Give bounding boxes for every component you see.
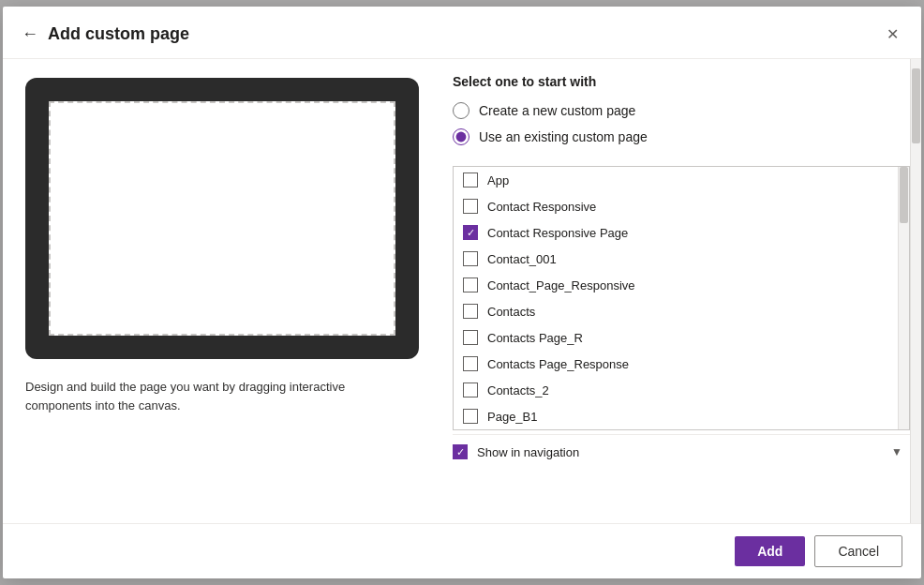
section-title: Select one to start with xyxy=(453,74,910,89)
radio-create-new-label: Create a new custom page xyxy=(479,103,635,118)
right-panel-inner: Select one to start with Create a new cu… xyxy=(453,59,910,523)
list-item-label: Contacts Page_R xyxy=(487,331,583,345)
list-item-label: Contacts_2 xyxy=(487,383,549,398)
list-item[interactable]: Contacts xyxy=(454,298,898,324)
list-item-checkbox[interactable] xyxy=(463,382,478,398)
list-item-label: Contact Responsive Page xyxy=(487,226,628,240)
show-navigation-section: Show in navigation ▼ xyxy=(453,434,910,469)
list-item[interactable]: Contacts Page_R xyxy=(454,324,898,351)
outer-scrollbar[interactable] xyxy=(910,59,921,523)
modal-body: Design and build the page you want by dr… xyxy=(3,59,921,523)
list-item-label: Page_B1 xyxy=(487,410,538,424)
modal-title: Add custom page xyxy=(48,24,883,44)
modal-footer: Add Cancel xyxy=(3,523,921,578)
list-item[interactable]: Contact_001 xyxy=(454,246,898,272)
list-item-label: Contact Responsive xyxy=(487,200,596,214)
list-item-checkbox[interactable] xyxy=(463,409,478,424)
list-item[interactable]: Contacts Page_Response xyxy=(454,351,898,377)
tablet-screen xyxy=(49,101,395,336)
modal-dialog: ← Add custom page ✕ Design and build the… xyxy=(3,7,921,578)
page-list-box[interactable]: AppContact ResponsiveContact Responsive … xyxy=(454,167,898,429)
list-item-label: App xyxy=(487,173,509,188)
list-item-checkbox[interactable] xyxy=(463,225,478,240)
list-item-label: Contacts xyxy=(487,305,535,319)
left-panel: Design and build the page you want by dr… xyxy=(3,59,453,523)
page-list-container: AppContact ResponsiveContact Responsive … xyxy=(453,166,910,430)
list-item-checkbox[interactable] xyxy=(463,356,478,371)
radio-use-existing[interactable]: Use an existing custom page xyxy=(453,128,891,145)
modal-header: ← Add custom page ✕ xyxy=(3,7,921,59)
show-navigation-checkbox[interactable] xyxy=(453,444,468,459)
add-button[interactable]: Add xyxy=(735,536,805,566)
list-item[interactable]: Contact Responsive xyxy=(454,193,898,219)
list-item-checkbox[interactable] xyxy=(463,199,478,214)
list-item-checkbox[interactable] xyxy=(463,330,478,345)
close-icon: ✕ xyxy=(887,25,899,43)
description-text: Design and build the page you want by dr… xyxy=(25,378,363,414)
radio-create-new[interactable]: Create a new custom page xyxy=(453,102,891,119)
back-button[interactable]: ← xyxy=(22,24,38,44)
list-scrollbar[interactable] xyxy=(898,167,909,429)
list-item-checkbox[interactable] xyxy=(463,172,478,188)
list-item-label: Contact_Page_Responsive xyxy=(487,278,635,292)
list-scrollbar-thumb[interactable] xyxy=(900,167,908,223)
list-item-checkbox[interactable] xyxy=(463,304,478,319)
list-item[interactable]: Contact_Page_Responsive xyxy=(454,272,898,298)
radio-use-existing-input[interactable] xyxy=(453,128,469,145)
list-item-label: Contacts Page_Response xyxy=(487,357,629,371)
right-panel-wrapper: Select one to start with Create a new cu… xyxy=(453,59,921,523)
modal-overlay: ← Add custom page ✕ Design and build the… xyxy=(0,0,924,585)
list-item-label: Contact_001 xyxy=(487,252,557,266)
right-panel: Select one to start with Create a new cu… xyxy=(453,59,910,523)
tablet-preview xyxy=(25,78,419,359)
back-icon: ← xyxy=(22,24,38,44)
radio-create-new-input[interactable] xyxy=(453,102,469,119)
radio-use-existing-label: Use an existing custom page xyxy=(479,129,648,144)
list-item-checkbox[interactable] xyxy=(463,251,478,266)
list-item[interactable]: Contact Responsive Page xyxy=(454,219,898,246)
outer-scrollbar-track xyxy=(911,59,921,523)
show-navigation-chevron-icon: ▼ xyxy=(891,445,902,458)
list-item[interactable]: App xyxy=(454,167,898,193)
list-item[interactable]: Page_B1 xyxy=(454,403,898,429)
radio-group: Create a new custom page Use an existing… xyxy=(453,102,910,155)
list-scrollbar-track xyxy=(899,167,909,429)
list-item-checkbox[interactable] xyxy=(463,278,478,292)
close-button[interactable]: ✕ xyxy=(883,22,902,47)
outer-scrollbar-thumb[interactable] xyxy=(912,68,920,143)
show-navigation-label: Show in navigation xyxy=(477,445,891,459)
cancel-button[interactable]: Cancel xyxy=(814,535,902,567)
list-item[interactable]: Contacts_2 xyxy=(454,377,898,403)
